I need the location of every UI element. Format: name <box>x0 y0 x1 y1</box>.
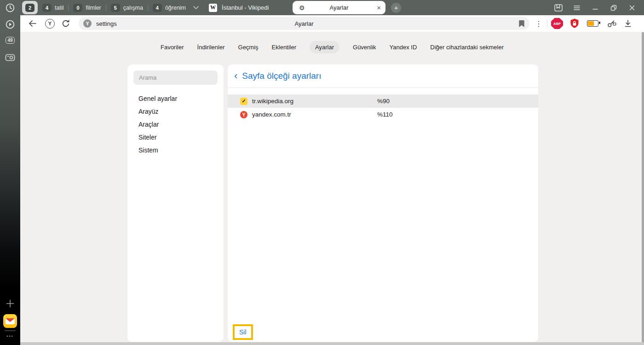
zoom-settings-card: ‹ Sayfa ölçeği ayarları ✓ tr.wikipedia.o… <box>228 64 538 342</box>
url-text: settings <box>96 20 117 27</box>
tab-group-active[interactable]: 2 <box>22 1 38 14</box>
settings-nav-eklentiler[interactable]: Eklentiler <box>272 44 296 51</box>
screenshot-icon[interactable] <box>0 53 20 63</box>
settings-sidebar-card: Genel ayarlar Arayüz Araçlar Siteler Sis… <box>127 64 224 342</box>
delete-button[interactable]: Sil <box>235 326 251 338</box>
window-bottom-edge <box>20 342 644 345</box>
browser-window: 49 ••• 2 4 tatil 0 filmler 5 çalışma <box>0 0 644 345</box>
tab-group-label: tatil <box>55 5 63 11</box>
yandex-mail-icon[interactable] <box>0 314 20 328</box>
checkbox-checked-icon[interactable]: ✓ <box>240 98 247 105</box>
wikipedia-favicon: W <box>209 4 217 12</box>
yandex-favicon: Y <box>240 111 247 118</box>
shield-lock-icon[interactable] <box>569 18 580 29</box>
site-name: tr.wikipedia.org <box>252 98 293 105</box>
table-row[interactable]: Y yandex.com.tr %110 <box>228 108 538 121</box>
rail-divider <box>5 330 16 331</box>
bookmark-icon[interactable] <box>518 20 525 28</box>
yandex-y-icon: Y <box>45 19 55 29</box>
tab-group-ogrenim[interactable]: 4 öğrenim <box>148 4 190 12</box>
rail-more-icon[interactable]: ••• <box>0 334 20 339</box>
tab-group-count: 4 <box>153 4 162 12</box>
tab-title: Ayarlar <box>293 4 385 11</box>
browser-toolbar: Y Y settings Ayarlar ⋮ ABP <box>20 15 644 32</box>
tab-group-tatil[interactable]: 4 tatil <box>38 4 68 12</box>
sidebar-item-siteler[interactable]: Siteler <box>127 131 224 144</box>
tab-group-count: 4 <box>42 4 52 12</box>
browser-menu-icon[interactable] <box>568 5 586 11</box>
address-bar[interactable]: Y settings Ayarlar <box>79 17 529 30</box>
settings-nav: Favoriler İndirilenler Geçmiş Eklentiler… <box>20 41 644 53</box>
tab-group-label: filmler <box>86 5 101 11</box>
sidebar-item-genel-ayarlar[interactable]: Genel ayarlar <box>127 92 224 105</box>
settings-nav-guvenlik[interactable]: Güvenlik <box>353 44 376 51</box>
new-tab-button[interactable]: + <box>391 3 401 13</box>
zoom-site-list: ✓ tr.wikipedia.org %90 Y yandex.com.tr %… <box>228 94 538 121</box>
tab-group-label: çalışma <box>123 5 143 11</box>
tab-title: İstanbul - Vikipedi <box>222 4 269 11</box>
tab-group-count: 2 <box>25 4 34 12</box>
refresh-button[interactable] <box>61 19 70 28</box>
settings-nav-favoriler[interactable]: Favoriler <box>161 44 184 51</box>
settings-nav-indirilenler[interactable]: İndirilenler <box>197 44 225 51</box>
zoom-settings-header[interactable]: ‹ Sayfa ölçeği ayarları <box>228 64 538 88</box>
zoom-value: %90 <box>377 98 390 105</box>
tab-group-count: 0 <box>73 4 82 12</box>
zoom-value: %110 <box>377 111 393 118</box>
close-tab-icon[interactable]: × <box>377 4 381 12</box>
settings-nav-ayarlar[interactable]: Ayarlar <box>310 41 339 53</box>
tab-strip: 2 4 tatil 0 filmler 5 çalışma 4 öğrenim … <box>20 0 644 15</box>
minimize-icon[interactable] <box>586 5 604 11</box>
tab-group-filmler[interactable]: 0 filmler <box>69 4 105 12</box>
settings-nav-diger-cihazlar[interactable]: Diğer cihazlardaki sekmeler <box>430 44 504 51</box>
battery-saver-icon[interactable] <box>587 20 598 27</box>
download-icon[interactable] <box>623 19 632 28</box>
page-title: Ayarlar <box>79 20 529 27</box>
table-row[interactable]: ✓ tr.wikipedia.org %90 <box>228 94 538 108</box>
toolbar-menu-icon[interactable]: ⋮ <box>535 19 542 28</box>
password-key-icon[interactable] <box>607 19 617 28</box>
settings-search-input[interactable] <box>133 70 218 85</box>
tab-count: 49 <box>6 37 14 44</box>
sidebar-item-araclar[interactable]: Araçlar <box>127 118 224 131</box>
site-name: yandex.com.tr <box>252 111 291 118</box>
yandex-button[interactable]: Y <box>45 19 55 29</box>
adblock-plus-icon[interactable]: ABP <box>551 18 563 29</box>
tab-settings[interactable]: ⚙ Ayarlar × <box>293 1 385 14</box>
rail-add-icon[interactable] <box>0 299 20 308</box>
side-panel-icon[interactable] <box>549 4 568 12</box>
page-scrollbar[interactable] <box>642 32 644 345</box>
restore-window-icon[interactable] <box>604 4 623 12</box>
delete-button-highlight: Sil <box>233 324 253 340</box>
settings-nav-yandex-id[interactable]: Yandex ID <box>390 44 417 51</box>
history-clock-icon[interactable] <box>0 3 20 13</box>
toolbar-divider <box>547 19 547 28</box>
tab-counter-badge[interactable]: 49 <box>0 37 20 44</box>
tab-group-calisma[interactable]: 5 çalışma <box>106 4 148 12</box>
tab-group-count: 5 <box>111 4 120 12</box>
play-media-icon[interactable] <box>0 19 20 29</box>
gear-icon: ⚙ <box>299 4 305 12</box>
tab-wikipedia[interactable]: W İstanbul - Vikipedi <box>202 4 289 12</box>
back-chevron-icon[interactable]: ‹ <box>234 71 237 81</box>
zoom-settings-title: Sayfa ölçeği ayarları <box>242 71 321 81</box>
settings-sidebar-list: Genel ayarlar Arayüz Araçlar Siteler Sis… <box>127 92 224 157</box>
sidebar-item-sistem[interactable]: Sistem <box>127 144 224 157</box>
sidebar-item-arayuz[interactable]: Arayüz <box>127 105 224 118</box>
settings-nav-gecmis[interactable]: Geçmiş <box>238 44 259 51</box>
back-button[interactable] <box>28 19 38 28</box>
chevron-down-icon[interactable] <box>193 6 199 9</box>
tab-group-label: öğrenim <box>165 5 186 11</box>
close-window-icon[interactable] <box>623 5 641 11</box>
left-rail: 49 ••• <box>0 0 20 345</box>
